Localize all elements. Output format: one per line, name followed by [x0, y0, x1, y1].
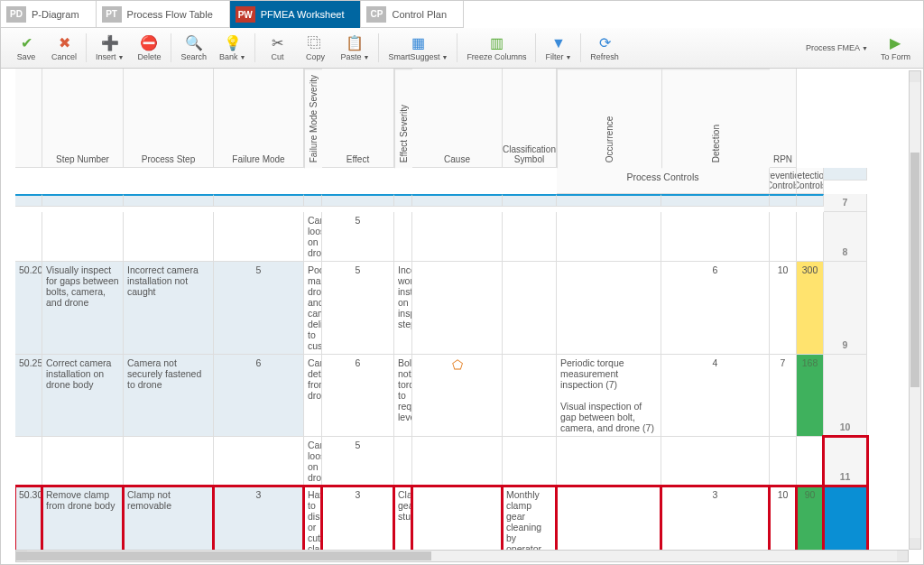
row-number[interactable]: 8: [824, 212, 867, 262]
cell-failure-mode[interactable]: Clamp not removable: [124, 486, 214, 550]
to-form-button[interactable]: ▶To Form: [875, 33, 916, 63]
row-number[interactable]: 11: [824, 437, 867, 486]
cell-detection-controls[interactable]: [557, 262, 661, 355]
cell-failure-mode[interactable]: [124, 437, 214, 486]
col-fms[interactable]: Failure Mode Severity: [304, 69, 322, 168]
cell-effect[interactable]: Camera loose on drone: [304, 437, 322, 486]
cell-class[interactable]: [412, 437, 503, 486]
cell-occurrence[interactable]: [661, 212, 770, 262]
process-fmea-button[interactable]: Process FMEA▼: [800, 42, 873, 54]
cell-occurrence[interactable]: [661, 437, 770, 486]
cell-prevention[interactable]: [503, 437, 557, 486]
row-number[interactable]: 7: [824, 194, 867, 212]
refresh-button[interactable]: ⟳Refresh: [585, 33, 624, 63]
col-effect[interactable]: Effect: [322, 69, 394, 168]
cell-fms[interactable]: 5: [214, 262, 304, 355]
cell-cause[interactable]: Bolt not torqued to required level: [394, 355, 412, 437]
cell-step-number[interactable]: [15, 437, 42, 486]
cell-fms[interactable]: 6: [214, 355, 304, 437]
cell-detection-controls[interactable]: Periodic torque measurement inspection (…: [557, 355, 661, 437]
col-process-step[interactable]: Process Step: [124, 69, 214, 168]
cell-step-number[interactable]: 50.25: [15, 355, 42, 437]
cell-cause[interactable]: [394, 212, 412, 262]
row-number[interactable]: 10: [824, 355, 867, 437]
cell-process-step[interactable]: Visually inspect for gaps between bolts,…: [42, 262, 124, 355]
horizontal-scrollbar[interactable]: [15, 550, 909, 562]
insert-button[interactable]: ➕Insert▼: [90, 33, 129, 63]
copy-button[interactable]: ⿻Copy: [297, 33, 333, 63]
cell-step-number[interactable]: 50.20: [15, 262, 42, 355]
cell-effect[interactable]: Poorly manufactured drone and camera del…: [304, 262, 322, 355]
cell-failure-mode[interactable]: Camera not securely fastened to drone: [124, 355, 214, 437]
cell-fms[interactable]: [214, 437, 304, 486]
cell-detection-controls[interactable]: [557, 437, 661, 486]
freeze-button[interactable]: ▥Freeze Columns: [461, 33, 531, 63]
cell-fms[interactable]: 3: [214, 486, 304, 550]
col-failure-mode[interactable]: Failure Mode: [214, 69, 304, 168]
row-number[interactable]: 12: [824, 486, 867, 550]
col-class[interactable]: Classification Symbol: [503, 69, 557, 168]
col-cause[interactable]: Cause: [412, 69, 503, 168]
cell-detection[interactable]: 10: [770, 262, 797, 355]
cell-failure-mode[interactable]: Incorrect camera installation not caught: [124, 262, 214, 355]
cell-detection[interactable]: 7: [770, 355, 797, 437]
cell-cause[interactable]: Incomplete work instructions on inspecti…: [394, 262, 412, 355]
cut-button[interactable]: ✂Cut: [259, 33, 295, 63]
col-detection[interactable]: Detection: [661, 69, 770, 168]
cell-rpn[interactable]: [797, 212, 824, 262]
cell-detection-controls[interactable]: [557, 212, 661, 262]
delete-button[interactable]: ⛔Delete: [131, 33, 167, 63]
cell-es[interactable]: 5: [322, 437, 394, 486]
cell-process-step[interactable]: Correct camera installation on drone bod…: [42, 355, 124, 437]
cell-process-step[interactable]: [42, 437, 124, 486]
cell-rpn[interactable]: 168: [797, 355, 824, 437]
row-number[interactable]: 9: [824, 262, 867, 355]
cell-process-step[interactable]: [42, 212, 124, 262]
cell-class[interactable]: [412, 212, 503, 262]
tab-pd[interactable]: PD P-Diagram: [1, 1, 97, 28]
cell-occurrence[interactable]: 6: [661, 262, 770, 355]
cell-prevention[interactable]: Monthly clamp gear cleaning by operator: [503, 486, 557, 550]
cell-detection[interactable]: [770, 212, 797, 262]
smartsuggest-button[interactable]: ▦SmartSuggest▼: [383, 33, 453, 63]
cell-prevention[interactable]: [503, 212, 557, 262]
cell-class[interactable]: ⬠: [412, 355, 503, 437]
cell-occurrence[interactable]: 3: [661, 486, 770, 550]
cell-detection-controls[interactable]: [557, 486, 661, 550]
cell-cause[interactable]: [394, 437, 412, 486]
vertical-scrollbar[interactable]: [909, 70, 921, 550]
cell-detection[interactable]: 10: [770, 486, 797, 550]
tab-cp[interactable]: CP Control Plan: [361, 1, 464, 28]
cell-detection[interactable]: [770, 437, 797, 486]
tab-pt[interactable]: PT Process Flow Table: [97, 1, 230, 28]
cell-process-step[interactable]: Remove clamp from drone body: [42, 486, 124, 550]
col-rpn[interactable]: RPN: [770, 69, 797, 168]
cell-es[interactable]: 5: [322, 262, 394, 355]
bank-button[interactable]: 💡Bank▼: [214, 33, 251, 63]
cell-effect[interactable]: Camera detaches from drone: [304, 355, 322, 437]
cell-class[interactable]: [412, 262, 503, 355]
cell-prevention[interactable]: [503, 355, 557, 437]
cell-cause[interactable]: Clamp gears stuck: [394, 486, 412, 550]
cell-occurrence[interactable]: 4: [661, 355, 770, 437]
cell-class[interactable]: [412, 486, 503, 550]
col-prevention[interactable]: Prevention Controls: [770, 168, 797, 194]
cell-effect[interactable]: Camera loose on drone: [304, 212, 322, 262]
col-step-number[interactable]: Step Number: [42, 69, 124, 168]
cell-step-number[interactable]: [15, 212, 42, 262]
filter-button[interactable]: ▼Filter▼: [540, 33, 577, 63]
paste-button[interactable]: 📋Paste▼: [335, 33, 374, 63]
cell-es[interactable]: 3: [322, 486, 394, 550]
col-es[interactable]: Effect Severity: [394, 69, 412, 168]
save-button[interactable]: ✔Save: [8, 33, 44, 63]
cell-fms[interactable]: [214, 212, 304, 262]
col-detection-controls[interactable]: Detection Controls: [797, 168, 824, 194]
cell-step-number[interactable]: 50.30: [15, 486, 42, 550]
cell-rpn[interactable]: [797, 437, 824, 486]
search-button[interactable]: 🔍Search: [175, 33, 212, 63]
cancel-button[interactable]: ✖Cancel: [46, 33, 82, 63]
cell-prevention[interactable]: [503, 262, 557, 355]
cell-es[interactable]: 5: [322, 212, 394, 262]
cell-failure-mode[interactable]: [124, 212, 214, 262]
cell-es[interactable]: 6: [322, 355, 394, 437]
